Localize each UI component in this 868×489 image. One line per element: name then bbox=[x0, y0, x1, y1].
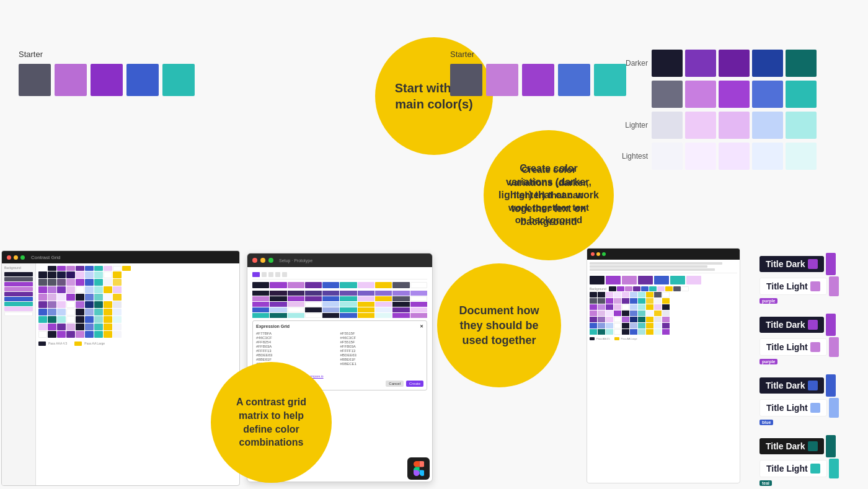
lfm-r3c1 bbox=[48, 286, 56, 293]
rds-mr6c1 bbox=[598, 323, 605, 328]
mg22 bbox=[270, 302, 286, 307]
lfm-ch5 bbox=[85, 266, 94, 271]
mg17 bbox=[358, 296, 374, 301]
rds-mr4c6 bbox=[638, 311, 645, 316]
dcm-2 bbox=[270, 282, 286, 288]
dcm-5 bbox=[322, 282, 339, 288]
rds-dot-r bbox=[591, 252, 595, 256]
rds-mr3c2 bbox=[606, 304, 613, 310]
mg35 bbox=[322, 307, 339, 312]
rds-mr3c4 bbox=[622, 304, 629, 310]
rds-dot-g bbox=[602, 252, 606, 256]
popup-create-btn[interactable]: Create bbox=[406, 381, 423, 387]
dcm-10 bbox=[410, 282, 427, 288]
lfm-r6c1 bbox=[48, 309, 56, 315]
rds-tc4 bbox=[638, 276, 653, 284]
rds-mr6c6 bbox=[638, 323, 645, 328]
lfm-r9c8 bbox=[113, 331, 122, 338]
lfm-r9c5 bbox=[85, 331, 94, 338]
popup-color-list: #F77BFA#F5515F #46C3CF#46C3CF #FF8254#F5… bbox=[256, 332, 423, 366]
rds-legend: Pass AA 4.5 Pass AA Large bbox=[590, 337, 737, 340]
rds-leg2 bbox=[614, 337, 619, 340]
lfm-r3c6 bbox=[94, 286, 103, 293]
lfm-r2c3 bbox=[66, 279, 75, 286]
rds-mr1c9 bbox=[662, 292, 670, 297]
swatch2-gray bbox=[450, 64, 482, 96]
dialog-color-matrix bbox=[252, 282, 427, 288]
rds-mr3c7 bbox=[646, 304, 653, 310]
lfm-r2-bg bbox=[38, 279, 47, 286]
popup-title: Expression Grid bbox=[256, 324, 290, 329]
mid-swatches bbox=[652, 81, 817, 108]
mg34 bbox=[305, 307, 322, 312]
lfm-r7c1 bbox=[48, 316, 56, 323]
rds-mr7c9 bbox=[662, 329, 670, 335]
tc1-dark: Title Dark bbox=[760, 256, 824, 272]
variations-panel: Darker Lighter bbox=[614, 50, 849, 174]
lfm-r4c3 bbox=[66, 294, 75, 301]
rds-mr1 bbox=[590, 292, 737, 297]
dot-green bbox=[20, 255, 25, 260]
contrast-grid-bubble: A contrast gridmatrix to helpdefine colo… bbox=[211, 362, 332, 483]
tc4-light-accent bbox=[829, 459, 839, 478]
document-text: Document howthey should beused together bbox=[459, 303, 539, 348]
sb-1 bbox=[4, 272, 33, 276]
lfm-r9c4 bbox=[76, 331, 84, 338]
lfm-r3c3 bbox=[66, 286, 75, 293]
tc4-badge: teal bbox=[760, 480, 772, 486]
pc-3: #46C3CF bbox=[256, 336, 340, 340]
lfm-r5c5 bbox=[85, 301, 94, 308]
rds-mr1c1 bbox=[598, 292, 605, 297]
create-variations-text: Create color variations (darker, lighter… bbox=[498, 162, 599, 229]
lfm-r8-bg bbox=[38, 324, 47, 330]
lfm-r2c4 bbox=[76, 279, 84, 286]
rds-mr2c3 bbox=[614, 298, 621, 304]
rds-mr4c3 bbox=[614, 311, 621, 316]
lfm-row1 bbox=[38, 271, 237, 278]
rds-mr4-bg bbox=[590, 311, 597, 316]
lfm-legend: Pass AAA 4.5 Pass AA Large bbox=[38, 341, 237, 346]
tc2-dark-dot bbox=[808, 320, 818, 330]
rds-mr1c5 bbox=[630, 292, 637, 297]
popup-close[interactable]: ✕ bbox=[420, 324, 423, 329]
rds-header bbox=[587, 249, 740, 260]
mg19 bbox=[392, 296, 409, 301]
rds-mr3c5 bbox=[630, 304, 637, 310]
rds-mr2c8 bbox=[654, 298, 662, 304]
tc4-dark-dot bbox=[808, 441, 818, 451]
contrast-grid-screenshot-left: Contrast Grid Background bbox=[1, 250, 240, 486]
tc2-light-accent bbox=[829, 337, 839, 357]
lfm-r7c6 bbox=[94, 316, 103, 323]
dcm-4 bbox=[305, 282, 322, 288]
lfm-r1c1 bbox=[48, 271, 56, 278]
lfm-r6c2 bbox=[57, 309, 66, 315]
rds-mr5c2 bbox=[606, 317, 613, 322]
popup-cancel-btn[interactable]: Cancel bbox=[386, 381, 404, 387]
tcg2-row1: Title Dark bbox=[760, 314, 862, 336]
lfm-r6-bg bbox=[38, 309, 47, 315]
rds-leg1 bbox=[590, 337, 595, 340]
pc-6: #F5515F bbox=[340, 340, 424, 344]
sb-3 bbox=[4, 282, 33, 286]
rds-mr6c4 bbox=[622, 323, 629, 328]
tc2-light-dot bbox=[810, 342, 820, 352]
rds-desc-line1 bbox=[590, 262, 722, 265]
dialog-title-text: Setup · Prototype bbox=[279, 258, 312, 263]
dot-yellow bbox=[14, 255, 18, 260]
figma-icon-badge[interactable] bbox=[407, 457, 430, 480]
tc1-light: Title Light bbox=[760, 278, 827, 295]
rds-tc5 bbox=[654, 276, 669, 284]
mg47 bbox=[358, 313, 374, 318]
pc-12: #BDEE63 bbox=[340, 353, 424, 357]
rds-th9 bbox=[673, 286, 681, 291]
rds-mr7 bbox=[590, 329, 737, 335]
dialog-toolbar bbox=[252, 272, 427, 280]
mg36 bbox=[340, 307, 356, 312]
mg14 bbox=[305, 296, 322, 301]
rds-mr5-bg bbox=[590, 317, 597, 322]
pc-16: #0BECE1 bbox=[340, 362, 424, 366]
sb-7 bbox=[4, 302, 33, 306]
mg29 bbox=[392, 302, 409, 307]
tc3-light-label: Title Light bbox=[766, 403, 808, 413]
rds-mr5c9 bbox=[662, 317, 670, 322]
